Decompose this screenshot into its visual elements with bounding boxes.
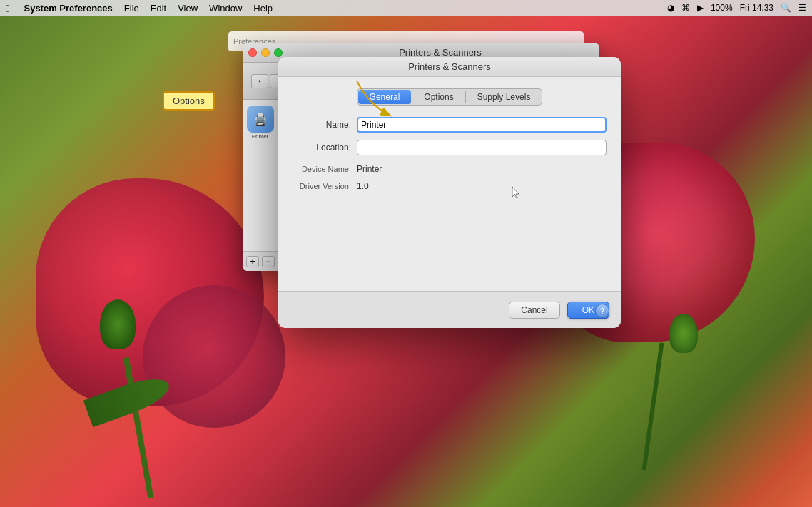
flower-bud-2 xyxy=(669,314,698,353)
apple-menu-icon[interactable]:  xyxy=(6,2,9,14)
back-icon: ‹ xyxy=(258,77,260,85)
poppy-flower-3 xyxy=(143,285,285,428)
spotlight-icon[interactable]: 🔍 xyxy=(781,3,791,13)
stem-2 xyxy=(642,342,664,470)
clock: Fri 14:33 xyxy=(740,3,773,13)
menu-edit[interactable]: Edit xyxy=(151,3,166,14)
window-close-button[interactable] xyxy=(248,48,257,57)
name-row: Name: xyxy=(293,117,607,133)
tab-supply-levels[interactable]: Supply Levels xyxy=(466,89,542,105)
location-row: Location: xyxy=(293,140,607,155)
sidebar-printer-label: Printer xyxy=(252,133,269,140)
cancel-button[interactable]: Cancel xyxy=(509,302,559,319)
remove-printer-button[interactable]: − xyxy=(262,256,275,267)
printer-icon: 🖨️ xyxy=(247,106,274,133)
sidebar-item-printer[interactable]: 🖨️ Printer xyxy=(245,106,275,140)
menubar:  System Preferences File Edit View Wind… xyxy=(0,0,812,16)
dialog-content: General Options Supply Levels Name: Loca… xyxy=(278,77,621,210)
tab-options[interactable]: Options xyxy=(412,89,465,105)
volume-icon: ▶ xyxy=(697,3,704,13)
notification-icon[interactable]: ☰ xyxy=(798,3,806,13)
menu-system-preferences[interactable]: System Preferences xyxy=(24,3,112,14)
battery-indicator: 100% xyxy=(711,3,733,13)
printer-dialog: Printers & Scanners General Options Supp… xyxy=(278,57,621,328)
device-name-value: Printer xyxy=(357,164,382,174)
window-maximize-button[interactable] xyxy=(274,48,283,57)
dialog-title: Printers & Scanners xyxy=(408,61,491,72)
tab-group: General Options Supply Levels xyxy=(357,88,543,106)
bluetooth-icon: ◕ xyxy=(667,3,674,13)
driver-version-row: Driver Version: 1.0 xyxy=(293,181,607,191)
sys-pref-window-title: Printers & Scanners xyxy=(287,47,594,58)
location-input[interactable] xyxy=(357,140,607,155)
menu-view[interactable]: View xyxy=(178,3,198,14)
wifi-icon: ⌘ xyxy=(681,3,690,13)
tab-general[interactable]: General xyxy=(358,90,412,104)
name-input[interactable] xyxy=(357,117,607,133)
device-name-row: Device Name: Printer xyxy=(293,164,607,174)
menu-file[interactable]: File xyxy=(124,3,139,14)
driver-version-value: 1.0 xyxy=(357,181,369,191)
add-printer-button[interactable]: + xyxy=(246,256,259,267)
dialog-titlebar: Printers & Scanners xyxy=(278,57,621,77)
driver-version-label: Driver Version: xyxy=(293,182,357,190)
sys-pref-sidebar: 🖨️ Printer xyxy=(243,100,278,271)
toolbar-back-button[interactable]: ‹ xyxy=(251,74,268,88)
name-label: Name: xyxy=(293,120,357,130)
menu-window[interactable]: Window xyxy=(209,3,242,14)
device-name-label: Device Name: xyxy=(293,165,357,173)
menu-help[interactable]: Help xyxy=(253,3,273,14)
help-button[interactable]: ? xyxy=(595,304,609,318)
window-minimize-button[interactable] xyxy=(261,48,270,57)
add-remove-bar: + − xyxy=(243,251,278,271)
flower-bud-1 xyxy=(100,299,136,349)
dialog-buttons: Cancel OK xyxy=(278,291,621,328)
location-label: Location: xyxy=(293,143,357,153)
tabs-bar: General Options Supply Levels xyxy=(293,88,607,106)
